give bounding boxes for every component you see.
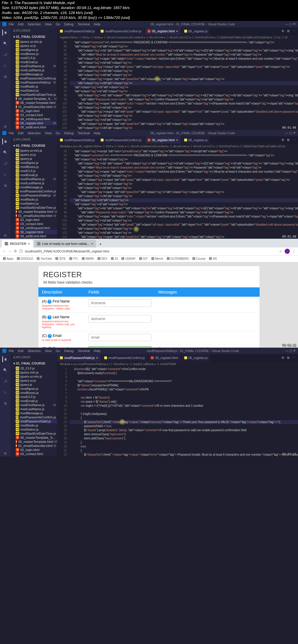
- file-04_infoRequest.html[interactable]: 504_infoRequest.html: [15, 226, 57, 230]
- file-00_masterTemplate.html[interactable]: 500_masterTemplate.html: [15, 101, 57, 105]
- tab-modPasswordValid.js[interactable]: modPasswordValid.js: [57, 136, 98, 144]
- tab-modPasswordsConfirm.js[interactable]: modPasswordsConfirm.js: [101, 354, 148, 362]
- menu-selection[interactable]: Selection: [28, 349, 41, 353]
- input-field[interactable]: [88, 334, 151, 341]
- window-controls[interactable]: — ▢ ✕: [285, 22, 296, 26]
- reload-button[interactable]: ⟳: [14, 249, 17, 253]
- folder-name[interactable]: ▾ 01_FINAL COURSE: [10, 361, 57, 366]
- file-modFirstName.js[interactable]: JSmodFirstName.jsM: [15, 403, 57, 407]
- bookmark-YouTube[interactable]: YouTube: [37, 257, 52, 260]
- tab-modPasswordsConfirm.js[interactable]: modPasswordsConfirm.js: [98, 27, 145, 35]
- menu-selection[interactable]: Selection: [28, 131, 41, 135]
- split-icon[interactable]: ⊞: [287, 138, 290, 142]
- editor-tabs[interactable]: modPasswordValid.jsmodPasswordsConfirm.j…: [57, 27, 298, 35]
- menu-terminal[interactable]: Terminal: [78, 349, 90, 353]
- file-modEmail.js[interactable]: JSmodEmail.js: [15, 173, 57, 177]
- scm-icon[interactable]: ⎇: [2, 52, 8, 58]
- window-controls[interactable]: — ▢ ✕: [285, 131, 296, 135]
- file-modFirstName.js[interactable]: JSmodFirstName.jsM: [15, 64, 57, 68]
- url-text[interactable]: localhost/01_FINAL%20COURSE/Modular/05_r…: [25, 250, 277, 253]
- breadcrumb[interactable]: register.html ▸ ⬡ html ▸ ⬡ body ▸ ⬡ div.…: [57, 35, 298, 40]
- file-00_masterTemplate.html[interactable]: 500_masterTemplate.htmlM: [15, 440, 57, 444]
- more-icon[interactable]: ⋯: [292, 138, 296, 142]
- file-09_addEvent.html[interactable]: 509_addEvent.html: [15, 234, 57, 238]
- gear-icon[interactable]: ⚙: [2, 233, 8, 239]
- back-button[interactable]: ←: [2, 249, 6, 253]
- menu-go[interactable]: Go: [56, 131, 60, 135]
- menu-terminal[interactable]: Terminal: [78, 22, 90, 26]
- menu-go[interactable]: Go: [56, 349, 60, 353]
- menu-edit[interactable]: Edit: [18, 22, 24, 26]
- scm-icon[interactable]: ⎇: [2, 378, 8, 384]
- file-modMessage.js[interactable]: JSmodMessage.js: [15, 185, 57, 189]
- compare-icon[interactable]: ⧉: [282, 138, 284, 142]
- split-icon[interactable]: ⊞: [287, 29, 290, 33]
- file-modPasswordValid.js[interactable]: JSmodPasswordValid.jsM: [15, 193, 57, 197]
- editor-tabs[interactable]: modPasswordValid.jsmodPasswordsConfirm.j…: [57, 136, 298, 144]
- menu-help[interactable]: Help: [94, 131, 100, 135]
- menu-bar[interactable]: FileEditSelectionViewGoDebugTerminalHelp: [9, 349, 100, 353]
- file-modRadio.js[interactable]: JSmodRadio.js: [15, 197, 57, 201]
- files-icon[interactable]: 🗎: [2, 30, 8, 36]
- file-modPasswordValid.js[interactable]: JSmodPasswordValid.js: [15, 419, 57, 423]
- file-jquery-ui.js[interactable]: JSjquery-ui.js: [15, 378, 57, 383]
- bookmark-NS[interactable]: NS: [209, 257, 217, 260]
- bookmark-GOOGLE[interactable]: GOOGLE: [17, 257, 33, 260]
- menu-bar[interactable]: FileEditSelectionViewGoDebugTerminalHelp: [9, 131, 100, 135]
- breadcrumb[interactable]: Modular ▸ js ▸ modPasswordValid.js ▸ ⬡ <…: [57, 362, 298, 367]
- debug-icon[interactable]: ▷: [2, 172, 8, 178]
- file-modMessage.js[interactable]: JSmodMessage.js: [15, 72, 57, 76]
- file-01_emailSubscribe.html[interactable]: 501_emailSubscribe.htmlM: [15, 444, 57, 448]
- file-03_contact.html[interactable]: 503_contact.html: [15, 222, 57, 226]
- file-modRadio.js[interactable]: JSmodRadio.js: [15, 423, 57, 427]
- search-icon[interactable]: 🔍: [2, 367, 8, 373]
- file-jquery-ui-min.js[interactable]: JSjquery-ui-min.js: [15, 374, 57, 378]
- file-modPasswordsConfirm.js[interactable]: JSmodPasswordsConfirm.js: [15, 415, 57, 419]
- bookmark-JS[interactable]: JS: [111, 257, 118, 260]
- tab-modPasswordValid.js[interactable]: modPasswordValid.js: [57, 27, 98, 35]
- file-jquery-ui.js[interactable]: JSjquery-ui.js: [15, 44, 57, 48]
- compare-icon[interactable]: ⧉: [282, 29, 284, 33]
- file-modRadio.js[interactable]: JSmodRadio.js: [15, 84, 57, 89]
- file-02_login.html[interactable]: 502_login.html: [15, 109, 57, 113]
- file-modEmail.js[interactable]: JSmodEmail.js: [15, 60, 57, 64]
- ext-icon[interactable]: ⊞: [2, 183, 8, 189]
- bookmark-UDEMY[interactable]: UDEMY: [121, 257, 136, 260]
- tab-modPasswordsConfirm.js[interactable]: modPasswordsConfirm.js: [98, 136, 145, 144]
- tab-modPasswordValid.js[interactable]: modPasswordValid.js ×: [57, 354, 101, 362]
- tab-05_register.html[interactable]: 05_register.html ×: [145, 27, 181, 35]
- bookmark-GIT[interactable]: GIT: [139, 257, 148, 260]
- profile-avatar[interactable]: [285, 249, 290, 254]
- activity-bar[interactable]: 🗎 🔍 ⎇ ▷ ⊞ ⚙: [0, 27, 10, 130]
- bookmark-Course[interactable]: Course: [192, 257, 205, 260]
- file-01_emailSubscribe.html[interactable]: 501_emailSubscribe.htmlM: [15, 214, 57, 218]
- menu-edit[interactable]: Edit: [18, 349, 24, 353]
- file-01_emailSubscribe.html[interactable]: 501_emailSubscribe.htmlM: [15, 105, 57, 109]
- search-icon[interactable]: 🔍: [2, 150, 8, 155]
- window-controls[interactable]: — ▢ ✕: [285, 349, 296, 353]
- file-modLastName.js[interactable]: JSmodLastName.js: [15, 407, 57, 411]
- menu-file[interactable]: File: [9, 22, 14, 26]
- ext-icon[interactable]: ⊞: [2, 74, 8, 80]
- file-04_infoRequest.html[interactable]: 504_infoRequest.html: [15, 456, 57, 457]
- file-jquery-ui-min.js[interactable]: JSjquery-ui-min.js: [15, 40, 57, 44]
- file-09_addEvent.html[interactable]: 509_addEvent.html: [15, 125, 57, 129]
- bookmarks-bar[interactable]: AppsGOOGLEYouTubeSITEYTLMARKDEVJSUDEMYGI…: [0, 256, 298, 262]
- code-editor[interactable]: 8586878889909192939495969798991001011021…: [57, 40, 298, 130]
- scm-icon[interactable]: ⎇: [2, 161, 8, 167]
- debug-icon[interactable]: ▷: [2, 390, 8, 395]
- menu-file[interactable]: File: [9, 131, 14, 135]
- tab-05_register.html[interactable]: 05_register.html ×: [145, 136, 181, 144]
- input-field[interactable]: [88, 299, 151, 307]
- split-icon[interactable]: ⊞: [287, 356, 290, 360]
- folder-name[interactable]: ▾ 01_FINAL COURSE: [10, 143, 57, 148]
- address-bar[interactable]: ← → ⟳ ⓘ localhost/01_FINAL%20COURSE/Modu…: [0, 247, 298, 256]
- menu-bar[interactable]: FileEditSelectionViewGoDebugTerminalHelp: [9, 22, 100, 26]
- bookmark-DEV[interactable]: DEV: [97, 257, 107, 260]
- menu-go[interactable]: Go: [56, 22, 60, 26]
- menu-view[interactable]: View: [45, 349, 52, 353]
- menu-edit[interactable]: Edit: [18, 131, 24, 135]
- editor-tabs[interactable]: modPasswordValid.js ×modPasswordsConfirm…: [57, 354, 298, 362]
- files-icon[interactable]: 🗎: [2, 139, 8, 144]
- gear-icon[interactable]: ⚙: [2, 124, 8, 130]
